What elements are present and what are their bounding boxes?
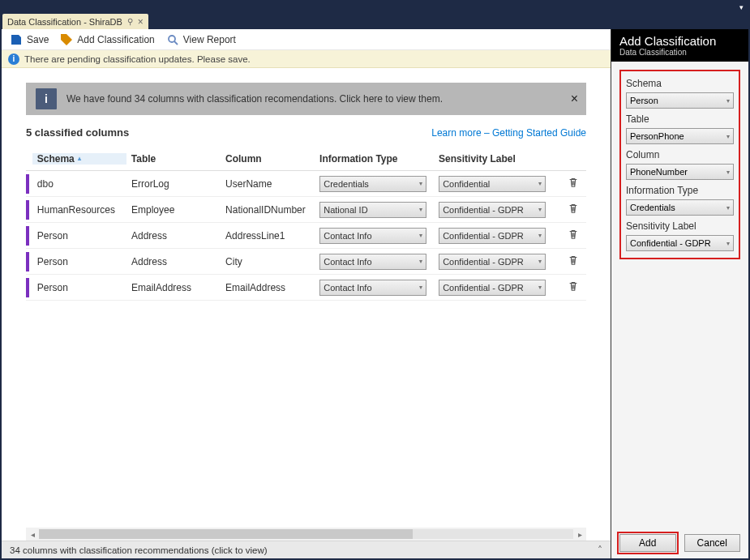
header-schema[interactable]: ▴ Schema	[32, 153, 126, 165]
trash-icon[interactable]	[568, 205, 579, 216]
statusbar-text: 34 columns with classification recommend…	[10, 545, 268, 555]
trash-icon[interactable]	[568, 231, 579, 242]
sensitivity-label: Sensitivity Label	[626, 220, 734, 232]
recommendations-banner[interactable]: i We have found 34 columns with classifi…	[26, 83, 586, 115]
cell-column: NationalIDNumber	[221, 204, 315, 216]
cell-schema: dbo	[32, 178, 126, 190]
cell-schema: HumanResources	[32, 204, 126, 216]
info-type-dropdown[interactable]: Contact Info▾	[319, 280, 426, 296]
chevron-down-icon: ▾	[419, 206, 422, 213]
trash-icon[interactable]	[568, 283, 579, 294]
header-column[interactable]: Column	[221, 153, 315, 165]
sensitivity-dropdown[interactable]: Confidential - GDPR▾	[439, 228, 546, 244]
row-marker	[26, 226, 29, 246]
cell-column: UserName	[221, 178, 315, 190]
column-dropdown[interactable]: PhoneNumber▾	[626, 164, 734, 180]
tab-title: Data Classification - ShiraDB	[7, 17, 122, 27]
table-row: PersonAddressCityContact Info▾Confidenti…	[26, 249, 586, 275]
cell-column: City	[221, 256, 315, 267]
add-button[interactable]: Add	[619, 534, 676, 552]
scroll-right-icon[interactable]: ▸	[573, 528, 586, 541]
info-type-dropdown[interactable]: Credentials▾	[319, 176, 426, 192]
sensitivity-dropdown[interactable]: Confidential - GDPR▾	[626, 235, 734, 251]
learn-more-link[interactable]: Learn more – Getting Started Guide	[431, 127, 586, 139]
save-button[interactable]: Save	[10, 33, 49, 46]
header-info-type[interactable]: Information Type	[315, 153, 434, 165]
panel-header: Add Classification Data Classification	[611, 29, 748, 62]
header-table[interactable]: Table	[126, 153, 221, 165]
info-type-dropdown[interactable]: Contact Info▾	[319, 228, 426, 244]
chevron-down-icon: ▾	[726, 204, 730, 212]
document-tabstrip: Data Classification - ShiraDB ⚲ ×	[2, 13, 748, 29]
add-classification-label: Add Classification	[77, 34, 154, 45]
cell-table: Address	[126, 230, 221, 242]
table-value: PersonPhone	[630, 131, 684, 141]
sensitivity-dropdown[interactable]: Confidential - GDPR▾	[439, 202, 546, 218]
row-marker	[26, 174, 29, 194]
main-pane: Save Add Classification View Report i	[2, 29, 611, 558]
sensitivity-dropdown[interactable]: Confidential - GDPR▾	[439, 280, 546, 296]
info-type-dropdown[interactable]: Credentials▾	[626, 199, 734, 216]
cell-table: Address	[126, 256, 221, 267]
sensitivity-dropdown[interactable]: Confidential▾	[439, 176, 546, 192]
sensitivity-value: Confidential - GDPR	[443, 231, 524, 241]
chevron-down-icon: ▾	[419, 180, 422, 187]
horizontal-scrollbar[interactable]: ◂ ▸	[26, 528, 586, 541]
recommendations-statusbar[interactable]: 34 columns with classification recommend…	[2, 541, 611, 558]
save-label: Save	[27, 34, 49, 45]
cell-table: ErrorLog	[126, 178, 221, 190]
header-schema-label: Schema	[37, 153, 75, 165]
chevron-down-icon: ▾	[538, 180, 542, 187]
chevron-down-icon: ▾	[726, 240, 730, 247]
cell-column: EmailAddress	[221, 282, 315, 293]
chevron-down-icon: ▾	[538, 284, 542, 291]
tab-data-classification[interactable]: Data Classification - ShiraDB ⚲ ×	[2, 14, 148, 29]
add-classification-panel: Add Classification Data Classification S…	[611, 29, 748, 558]
sort-ascending-icon: ▴	[78, 155, 81, 162]
content-area: i We have found 34 columns with classifi…	[2, 68, 611, 528]
pin-icon[interactable]: ⚲	[127, 17, 133, 26]
add-classification-button[interactable]: Add Classification	[60, 33, 154, 46]
magnifier-icon	[166, 33, 179, 46]
sensitivity-dropdown[interactable]: Confidential - GDPR▾	[439, 254, 546, 270]
close-icon[interactable]: ×	[571, 92, 578, 106]
view-report-button[interactable]: View Report	[166, 33, 236, 46]
sensitivity-value: Confidential - GDPR	[443, 283, 524, 293]
info-icon: i	[36, 88, 57, 109]
trash-icon[interactable]	[568, 179, 579, 190]
scrollbar-thumb[interactable]	[39, 529, 413, 539]
scroll-left-icon[interactable]: ◂	[26, 528, 39, 541]
svg-point-0	[169, 36, 175, 42]
classification-grid: ▴ Schema Table Column Information Type S…	[26, 147, 586, 301]
trash-icon[interactable]	[568, 257, 579, 268]
sensitivity-value: Confidential - GDPR	[630, 238, 711, 248]
info-type-label: Information Type	[626, 185, 734, 196]
panel-title: Add Classification	[619, 34, 740, 48]
sensitivity-value: Confidential - GDPR	[443, 205, 524, 215]
cancel-button[interactable]: Cancel	[684, 534, 741, 552]
table-row: PersonAddressAddressLine1Contact Info▾Co…	[26, 223, 586, 249]
info-type-dropdown[interactable]: Contact Info▾	[319, 254, 426, 270]
titlebar-menu-chevron-icon[interactable]: ▾	[739, 3, 744, 11]
chevron-down-icon: ▾	[726, 97, 730, 105]
cell-schema: Person	[32, 230, 126, 242]
info-type-dropdown[interactable]: National ID▾	[319, 202, 426, 218]
header-sensitivity[interactable]: Sensitivity Label	[434, 153, 563, 165]
table-row: dboErrorLogUserNameCredentials▾Confident…	[26, 171, 586, 197]
table-dropdown[interactable]: PersonPhone▾	[626, 128, 734, 144]
classified-columns-heading: 5 classified columns	[26, 126, 129, 139]
chevron-down-icon: ▾	[726, 169, 730, 176]
column-value: PhoneNumber	[630, 167, 688, 177]
chevron-down-icon: ▾	[419, 258, 422, 265]
tag-icon	[60, 33, 73, 46]
cell-table: EmailAddress	[126, 282, 221, 293]
column-label: Column	[626, 149, 734, 160]
panel-footer: Add Cancel	[611, 528, 748, 558]
infobar-text: There are pending classification updates…	[24, 54, 251, 64]
toolbar: Save Add Classification View Report	[2, 29, 611, 50]
schema-dropdown[interactable]: Person▾	[626, 92, 734, 109]
info-type-value: Contact Info	[324, 257, 371, 267]
close-icon[interactable]: ×	[138, 18, 144, 26]
info-type-value: National ID	[324, 205, 367, 215]
sensitivity-value: Confidential - GDPR	[443, 257, 524, 267]
